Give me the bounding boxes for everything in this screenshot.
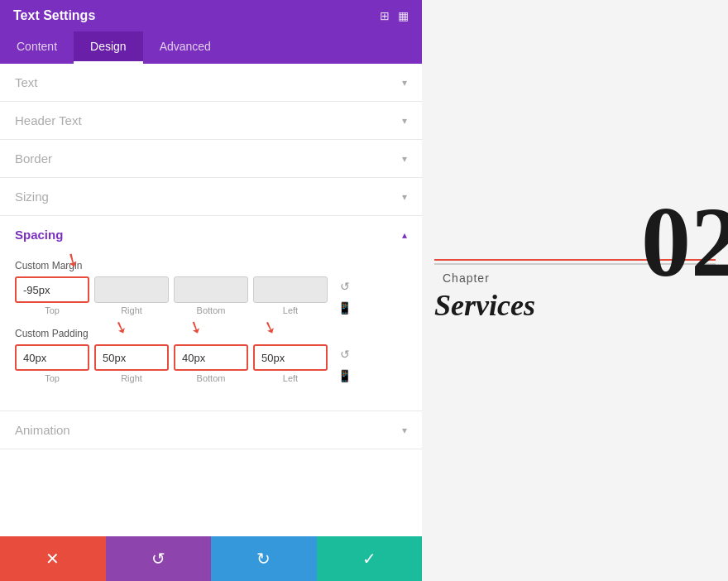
spacing-content: Custom Margin Top Right (0, 253, 422, 411)
accordion-sizing: Sizing ▾ (0, 178, 422, 216)
accordion-spacing: Spacing ▴ Custom Margin Top (0, 216, 422, 411)
settings-panel: Text Settings ⊞ ▦ Content Design Advance… (0, 0, 422, 581)
margin-bottom-input[interactable] (174, 276, 248, 303)
accordion-header-text-label: Header Text (15, 113, 82, 127)
accordion-animation: Animation ▾ (0, 411, 422, 449)
padding-left-label: Left (283, 373, 298, 383)
grid-icon[interactable]: ▦ (398, 9, 409, 22)
cancel-button[interactable]: ✕ (0, 536, 106, 581)
undo-button[interactable]: ↺ (106, 536, 212, 581)
save-button[interactable]: ✓ (317, 536, 423, 581)
margin-right-label: Right (121, 305, 142, 315)
chapter-title: Services (434, 288, 716, 323)
accordion-border-label: Border (15, 151, 52, 166)
margin-top-label: Top (45, 305, 60, 315)
margin-reset-button[interactable]: ↺ (336, 278, 353, 295)
margin-fields: Top Right Bottom (15, 276, 328, 315)
margin-top-input[interactable] (15, 276, 89, 303)
redo-button[interactable]: ↻ (211, 536, 317, 581)
padding-left-col: Left (253, 344, 328, 383)
margin-right-col: Right (94, 276, 169, 315)
page-preview: 02 Chapter Services (422, 0, 728, 581)
margin-bottom-label: Bottom (197, 305, 226, 315)
margin-right-input[interactable] (94, 276, 169, 303)
chevron-down-icon-5: ▾ (402, 425, 407, 436)
accordion-header-text-header[interactable]: Header Text ▾ (0, 102, 422, 139)
panel-footer: ✕ ↺ ↻ ✓ (0, 536, 422, 581)
chevron-down-icon-4: ▾ (402, 191, 407, 203)
padding-reset-button[interactable]: ↺ (336, 346, 353, 363)
accordion-header-text: Header Text ▾ (0, 102, 422, 140)
accordion-sizing-header[interactable]: Sizing ▾ (0, 178, 422, 215)
panel-header: Text Settings ⊞ ▦ (0, 0, 422, 31)
accordion-animation-label: Animation (15, 423, 70, 437)
header-icons: ⊞ ▦ (380, 9, 409, 22)
accordion-text-label: Text (15, 75, 38, 89)
chapter-text: Chapter Services (434, 271, 716, 323)
tab-content[interactable]: Content (0, 31, 74, 64)
accordion-animation-header[interactable]: Animation ▾ (0, 411, 422, 449)
padding-bottom-label: Bottom (197, 373, 226, 383)
padding-top-label: Top (45, 373, 60, 383)
padding-right-input[interactable] (94, 344, 169, 371)
padding-top-input[interactable] (15, 344, 89, 371)
custom-padding-label: Custom Padding (15, 328, 407, 339)
chapter-label: Chapter (434, 271, 716, 285)
accordion-sizing-label: Sizing (15, 190, 49, 204)
margin-left-input[interactable] (253, 276, 328, 303)
accordion-spacing-header[interactable]: Spacing ▴ (0, 216, 422, 253)
accordion-spacing-label: Spacing (15, 228, 63, 242)
padding-bottom-input[interactable] (174, 344, 248, 371)
padding-right-label: Right (121, 373, 142, 383)
padding-right-col: Right (94, 344, 169, 383)
chevron-down-icon-2: ▾ (402, 115, 407, 127)
margin-left-col: Left (253, 276, 328, 315)
padding-left-input[interactable] (253, 344, 328, 371)
chevron-down-icon: ▾ (402, 77, 407, 89)
accordion-text-header[interactable]: Text ▾ (0, 64, 422, 101)
accordion-border-header[interactable]: Border ▾ (0, 140, 422, 177)
margin-bottom-col: Bottom (174, 276, 248, 315)
panel-body: Text ▾ Header Text ▾ Border ▾ Sizing ▾ (0, 64, 422, 536)
chevron-up-icon: ▴ (402, 229, 407, 241)
expand-icon[interactable]: ⊞ (380, 9, 390, 22)
padding-bottom-col: Bottom (174, 344, 248, 383)
tab-advanced[interactable]: Advanced (143, 31, 228, 64)
chevron-down-icon-3: ▾ (402, 153, 407, 165)
custom-padding-group: Custom Padding Top Right (15, 328, 407, 384)
margin-top-col: Top (15, 276, 89, 315)
accordion-border: Border ▾ (0, 140, 422, 178)
panel-tabs: Content Design Advanced (0, 31, 422, 64)
padding-device-button[interactable]: 📱 (336, 367, 353, 384)
margin-device-button[interactable]: 📱 (336, 300, 353, 316)
panel-title: Text Settings (13, 8, 95, 23)
accordion-text: Text ▾ (0, 64, 422, 102)
margin-left-label: Left (283, 305, 298, 315)
padding-fields: Top Right Bottom (15, 344, 328, 383)
margin-actions: ↺ 📱 (336, 278, 353, 316)
padding-top-col: Top (15, 344, 89, 383)
padding-actions: ↺ 📱 (336, 346, 353, 384)
tab-design[interactable]: Design (74, 31, 143, 64)
chapter-block: 02 Chapter Services (434, 259, 716, 323)
